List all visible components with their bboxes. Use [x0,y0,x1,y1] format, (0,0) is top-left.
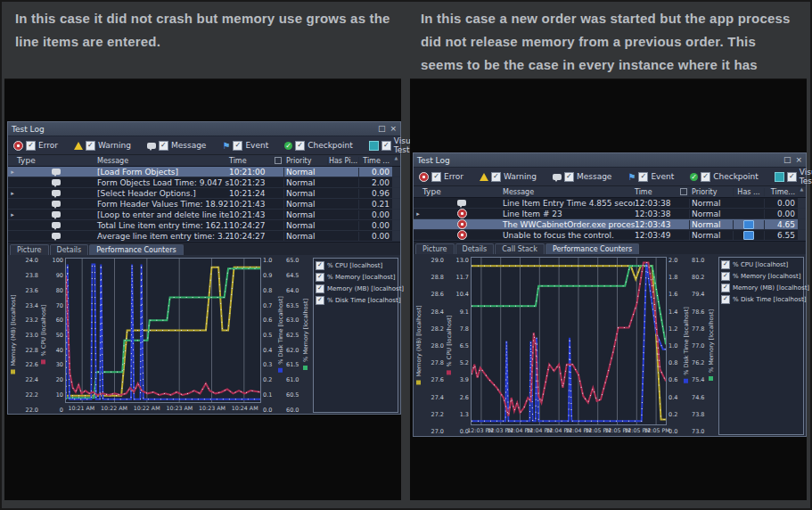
table-scrollbar[interactable]: ▲ [798,186,806,197]
table-row[interactable]: Total Line item entry time: 162.199 for … [8,220,400,231]
filter-checkbox[interactable]: ✓ [233,141,242,151]
scrollbar-track[interactable] [392,220,400,230]
legend-checkbox[interactable]: ✓ [721,295,730,304]
legend-item[interactable]: ✓% Disk Time [localhost] [316,296,396,305]
scrollbar-track[interactable] [392,177,400,187]
header-priority[interactable]: Priority [689,188,733,196]
header-type[interactable]: Type [17,156,95,165]
legend-checkbox[interactable]: ✓ [316,296,324,305]
header-message[interactable]: Message [501,188,635,196]
filter-error[interactable]: ✓Error [419,172,463,182]
table-row[interactable]: Form Header Values Time: 18.921 seconds.… [8,199,400,210]
table-row[interactable]: ▸[Load Form Objects]10:21:00Normal0.00 [8,167,400,177]
scroll-up-arrow[interactable]: ▲ [395,155,398,160]
legend-item[interactable]: ✓% Memory [localhost] [721,272,801,281]
header-time[interactable]: Time [229,157,272,165]
header-time2[interactable]: Time ... [358,157,392,165]
legend-checkbox[interactable]: ✓ [316,273,324,282]
legend-checkbox[interactable]: ✓ [721,272,730,281]
axis-tick-label: 1.6 [668,291,677,298]
table-row[interactable]: The WWCabinetOrder.exe process crashed.1… [414,219,806,230]
header-message[interactable]: Message [95,157,229,165]
header-icon-col[interactable] [272,157,283,164]
close-button[interactable]: × [795,156,802,164]
legend-item[interactable]: ✓% Memory [localhost] [316,273,396,282]
filter-error[interactable]: ✓Error [13,141,58,151]
filter-message[interactable]: ✓Message [147,141,206,151]
scroll-up-arrow[interactable]: ▲ [800,186,804,192]
scrollbar-track[interactable] [392,199,400,209]
axis-tick-label: 24.0 [26,257,38,264]
table-row[interactable]: Line Item Entry Time 4.855 seconds.12:03… [414,198,806,209]
table-row[interactable]: ▸Line Item # 2312:03:38Normal0.00 [414,209,806,219]
table-row[interactable]: Average line item entry time: 3.24398 fo… [8,231,400,242]
expand-arrow-icon[interactable]: ▸ [8,169,17,176]
filter-checkbox[interactable]: ✓ [295,141,305,151]
header-icon-col[interactable] [677,188,689,195]
filter-warning[interactable]: ✓Warning [74,141,131,151]
tab-performance-counters[interactable]: Performance Counters [545,243,639,254]
header-time2[interactable]: Time... [764,188,798,196]
maximize-button[interactable]: □ [783,156,791,164]
filter-checkbox[interactable]: ✓ [701,172,710,182]
filter-checkbox[interactable]: ✓ [787,172,797,182]
scrollbar-track[interactable] [392,231,400,241]
maximize-button[interactable]: □ [378,125,386,133]
tab-performance-counters[interactable]: Performance Counters [89,244,183,255]
header-has-picture[interactable]: Has Pi... [327,157,358,165]
filter-checkpoint[interactable]: ✓✓Checkpoint [690,172,759,182]
table-row[interactable]: Form Objects Load Time: 9.047 seconds.10… [8,177,400,188]
header-time[interactable]: Time [635,188,677,196]
filter-event[interactable]: ⚑✓Event [222,141,268,151]
scrollbar-track[interactable] [798,219,806,229]
filter-checkbox[interactable]: ✓ [381,141,391,151]
tab-picture[interactable]: Picture [415,243,455,254]
filter-event[interactable]: ⚑✓Event [627,172,674,182]
legend-item[interactable]: ✓Memory (MB) [localhost] [316,284,396,293]
filter-checkpoint[interactable]: ✓✓Checkpoint [284,141,353,151]
scrollbar-track[interactable] [798,198,806,208]
legend-checkbox[interactable]: ✓ [721,284,730,292]
scrollbar-track[interactable] [798,209,806,218]
legend-item[interactable]: ✓Memory (MB) [localhost] [721,284,801,292]
header-type[interactable]: Type [422,187,501,196]
tab-details[interactable]: Details [50,244,89,255]
axis-tick-label: 90 [56,272,63,279]
header-has-picture[interactable]: Has ... [733,188,764,196]
table-row[interactable]: ▸[Loop to enter and delete line items re… [8,210,400,220]
scrollbar-track[interactable] [392,167,400,177]
expand-arrow-icon[interactable]: ▸ [414,210,422,218]
close-button[interactable]: × [390,125,397,133]
tab-call-stack[interactable]: Call Stack [495,243,545,254]
row-time2: 0.96 [358,189,392,198]
legend-checkbox[interactable]: ✓ [721,260,730,269]
expand-arrow-icon[interactable]: ▸ [8,190,17,197]
tab-details[interactable]: Details [455,243,495,254]
expand-arrow-icon[interactable]: ▸ [8,211,17,218]
table-row[interactable]: Unable to focus the control.12:03:49Norm… [414,230,806,241]
filter-warning[interactable]: ✓Warning [480,172,537,182]
legend-item[interactable]: ✓% Disk Time [localhost] [721,295,801,304]
legend-checkbox[interactable]: ✓ [316,261,324,270]
filter-visual-test[interactable]: ✓Visual Test [775,168,812,185]
table-scrollbar[interactable]: ▲ [392,155,400,166]
filter-checkbox[interactable]: ✓ [431,172,441,182]
legend-item[interactable]: ✓% CPU [localhost] [721,260,801,269]
header-priority[interactable]: Priority [283,157,327,165]
filter-message[interactable]: ✓Message [553,172,611,182]
filter-checkbox[interactable]: ✓ [491,172,501,182]
filter-checkbox[interactable]: ✓ [159,141,168,151]
legend-checkbox[interactable]: ✓ [316,284,324,293]
tab-picture[interactable]: Picture [10,244,49,255]
axis-title-text: Memory (MB) [localhost] [10,295,17,366]
table-row[interactable]: ▸[Select Header Options.]10:21:24Normal0… [8,188,400,199]
scrollbar-track[interactable] [392,210,400,219]
filter-checkbox[interactable]: ✓ [638,172,648,182]
scrollbar-track[interactable] [392,188,400,198]
filter-checkbox[interactable]: ✓ [86,141,95,151]
scrollbar-track[interactable] [798,230,806,240]
filter-checkbox[interactable]: ✓ [564,172,574,182]
filter-checkbox[interactable]: ✓ [26,141,36,151]
axis-title: % Disk Time [localhost] [683,307,690,385]
legend-item[interactable]: ✓% CPU [localhost] [316,261,396,270]
